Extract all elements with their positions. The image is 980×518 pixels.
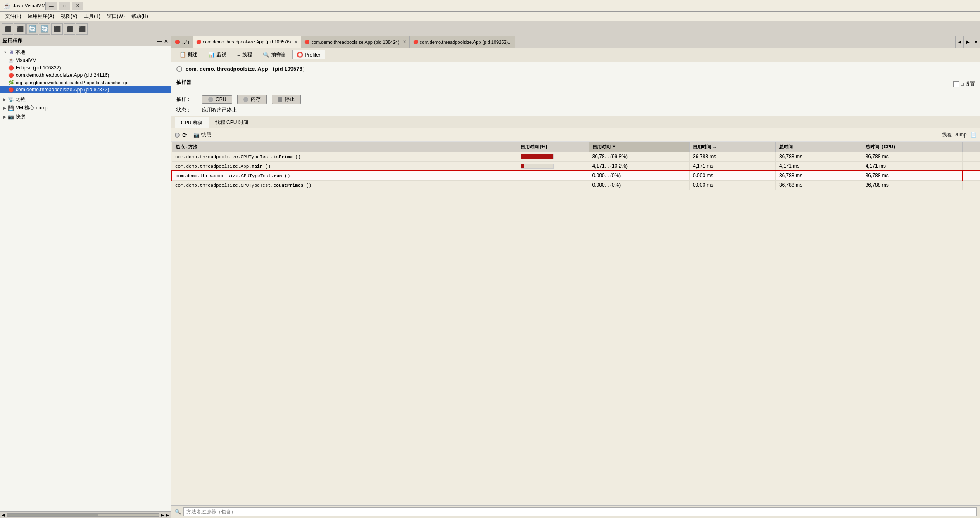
table-row[interactable]: com.demo.threadpoolsize.CPUTypeTest.isPr…: [172, 152, 980, 162]
col-method[interactable]: 热点 - 方法: [172, 142, 517, 152]
left-panel-scrollbar[interactable]: ◀ ▶ ▶: [0, 511, 171, 518]
menu-tools[interactable]: 工具(T): [81, 12, 103, 21]
toolbar-btn-4[interactable]: 🔄: [39, 23, 50, 35]
table-scroll[interactable]: 热点 - 方法 自用时间 [%] 自用时间 ▼ 自用时间 ...: [171, 142, 980, 505]
subtab-monitor[interactable]: 📊 监视: [204, 50, 231, 60]
subtabs: 📋 概述 📊 监视 ≡ 线程 🔍 抽样器 ⭕ Profiler: [171, 48, 980, 62]
tree-item-spring[interactable]: 🌿 org.springframework.boot.loader.Proper…: [0, 79, 171, 86]
subtab-threads[interactable]: ≡ 线程: [233, 50, 257, 60]
method-name-4: com.demo.threadpoolsize.CPUTypeTest.coun…: [175, 183, 312, 188]
tree-item-remote[interactable]: ▶ 📡 远程: [0, 95, 171, 104]
tab-109252[interactable]: 🔴 com.demo.threadpoolsize.App (pid 10925…: [410, 36, 516, 48]
bar-track-2: [521, 164, 554, 169]
settings-check-icon[interactable]: [953, 81, 959, 87]
toolbar-btn-5[interactable]: ⬛: [51, 23, 63, 35]
col-total-ms[interactable]: 总时间: [775, 142, 862, 152]
tree-item-visualvm[interactable]: ☕ VisualVM: [0, 57, 171, 64]
col-total-cpu[interactable]: 总时间（CPU）: [862, 142, 963, 152]
action-left: ⟳ 📷 快照: [175, 130, 215, 140]
method-bold-3: run: [274, 173, 282, 178]
tab-next-button[interactable]: ▶: [963, 36, 972, 48]
tree-item-app24116[interactable]: 🔴 com.demo.threadpoolsize.App (pid 24116…: [0, 71, 171, 79]
scroll-left-btn[interactable]: ◀: [2, 513, 5, 517]
table-row[interactable]: com.demo.threadpoolsize.App.main (): [172, 162, 980, 171]
method-prefix-4: com.demo.threadpoolsize.CPUTypeTest.: [175, 183, 274, 188]
total-cpu-value-2: 4,171 ms: [866, 163, 886, 169]
toolbar-btn-6[interactable]: ⬛: [64, 23, 75, 35]
stop-button[interactable]: 停止: [272, 95, 301, 104]
bar-fill-2: [521, 164, 524, 168]
method-prefix-3: com.demo.threadpoolsize.CPUTypeTest.: [176, 173, 274, 178]
left-panel-header: 应用程序 — ✕: [0, 36, 171, 46]
tab-prev-button[interactable]: ◀: [955, 36, 963, 48]
method-name-2: com.demo.threadpoolsize.App.main (): [175, 164, 271, 169]
toolbar-btn-7[interactable]: ⬛: [76, 23, 88, 35]
tab-label-109576: com.demo.threadpoolsize.App (pid 109576): [203, 39, 291, 44]
subtab-label-overview: 概述: [188, 51, 197, 58]
sampler-controls: 抽样： CPU 内存 停止 状态： 应用程: [171, 92, 980, 116]
menu-help[interactable]: 帮助(H): [128, 12, 152, 21]
cpu-tab-sample[interactable]: CPU 样例: [175, 117, 209, 128]
filter-input[interactable]: [183, 507, 977, 516]
subtab-sampler[interactable]: 🔍 抽样器: [258, 50, 290, 60]
minimize-button[interactable]: —: [45, 2, 57, 10]
tree-item-local[interactable]: ▼ 🖥 本地: [0, 48, 171, 57]
main-layout: 应用程序 — ✕ ▼ 🖥 本地 ☕ VisualVM 🔴 Eclipse (pi…: [0, 36, 980, 518]
tree-label-visualvm: VisualVM: [16, 57, 36, 63]
subtab-label-monitor: 监视: [216, 51, 226, 58]
self-pct-cell-1: 36,78... (99.8%): [589, 152, 690, 162]
tab-menu-button[interactable]: ▼: [972, 36, 980, 48]
subtab-icon-profiler: ⭕: [297, 52, 303, 58]
table-row-highlighted[interactable]: com.demo.threadpoolsize.CPUTypeTest.run …: [172, 171, 980, 181]
app-title-text: com. demo. threadpoolsize. App （pid 1095…: [186, 65, 308, 73]
tree-item-snapshot[interactable]: ▶ 📷 快照: [0, 112, 171, 121]
self-ms-cell-2: 4,171 ms: [690, 162, 776, 171]
menu-file[interactable]: 文件(F): [2, 12, 24, 21]
toolbar-btn-1[interactable]: ⬛: [2, 23, 13, 35]
menu-app[interactable]: 应用程序(A): [24, 12, 57, 21]
settings-checkbox[interactable]: □ 设置: [953, 81, 975, 88]
tab-close-109576[interactable]: ✕: [294, 40, 297, 44]
expand-panel-btn[interactable]: ▶: [166, 513, 169, 517]
refresh-icon[interactable]: ⟳: [182, 132, 187, 138]
table-row[interactable]: com.demo.threadpoolsize.CPUTypeTest.coun…: [172, 181, 980, 190]
snapshot-icon: 📷: [193, 132, 200, 138]
subtab-profiler[interactable]: ⭕ Profiler: [292, 50, 325, 59]
snapshot-button[interactable]: 📷 快照: [190, 130, 215, 140]
left-panel-close[interactable]: ✕: [164, 38, 168, 44]
cpu-button[interactable]: CPU: [202, 95, 232, 104]
col-self-pct[interactable]: 自用时间 ▼: [589, 142, 690, 152]
subtab-overview[interactable]: 📋 概述: [175, 50, 202, 60]
thread-dump-icon[interactable]: 📄: [970, 132, 977, 138]
method-bold-1: isPrime: [274, 154, 293, 159]
tree-item-vmdump[interactable]: ▶ 💾 VM 核心 dump: [0, 104, 171, 112]
self-pct-value-2: 4,171... (10.2%): [592, 163, 628, 169]
tab-109576[interactable]: 🔴 com.demo.threadpoolsize.App (pid 10957…: [193, 36, 301, 48]
toolbar-btn-3[interactable]: 🔄: [26, 23, 38, 35]
scroll-right-btn[interactable]: ▶: [161, 513, 164, 517]
tree-item-eclipse[interactable]: 🔴 Eclipse (pid 106832): [0, 64, 171, 71]
sampler-title: 抽样器: [176, 79, 191, 86]
snapshot-label: 快照: [201, 131, 211, 138]
tree-item-app87872[interactable]: 🔴 com.demo.threadpoolsize.App (pid 87872…: [0, 86, 171, 93]
col-self-pct-bar[interactable]: 自用时间 [%]: [517, 142, 589, 152]
close-button[interactable]: ✕: [72, 2, 83, 10]
tab-138424[interactable]: 🔴 com.demo.threadpoolsize.App (pid 13842…: [301, 36, 409, 48]
toolbar-btn-2[interactable]: ⬛: [14, 23, 26, 35]
tab-4[interactable]: 🔴 ...4): [171, 36, 193, 48]
tab-close-138424[interactable]: ✕: [403, 40, 406, 44]
method-name-1: com.demo.threadpoolsize.CPUTypeTest.isPr…: [175, 154, 301, 159]
maximize-button[interactable]: □: [59, 2, 70, 10]
self-ms-value-4: 0.000 ms: [693, 182, 713, 188]
method-cell-2: com.demo.threadpoolsize.App.main (): [172, 162, 517, 171]
subtab-icon-monitor: 📊: [208, 52, 215, 58]
left-panel-minimize[interactable]: —: [157, 38, 162, 44]
menu-window[interactable]: 窗口(W): [104, 12, 128, 21]
memory-button[interactable]: 内存: [237, 95, 267, 104]
col-self-ms[interactable]: 自用时间 ...: [690, 142, 776, 152]
scrollbar-thumb[interactable]: [7, 514, 98, 516]
cpu-tab-thread[interactable]: 线程 CPU 时间: [209, 116, 255, 128]
menu-view[interactable]: 视图(V): [57, 12, 81, 21]
action-bar: ⟳ 📷 快照 线程 Dump 📄: [171, 128, 980, 142]
self-ms-cell-4: 0.000 ms: [690, 181, 776, 190]
